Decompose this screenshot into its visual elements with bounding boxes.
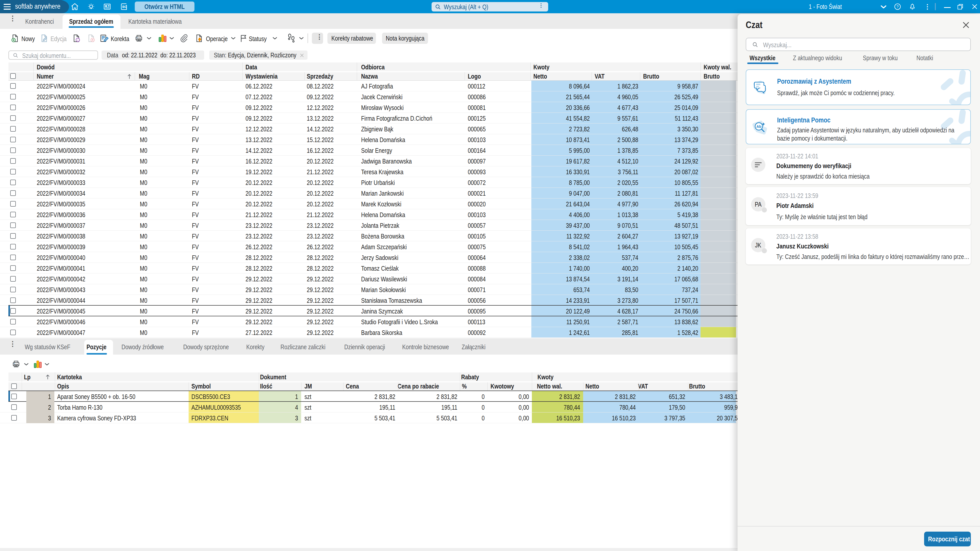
svg-text:Ab: Ab (756, 124, 761, 129)
svg-text:i: i (77, 38, 78, 41)
svg-text:?: ? (897, 4, 899, 9)
svg-text:BC: BC (122, 5, 127, 9)
